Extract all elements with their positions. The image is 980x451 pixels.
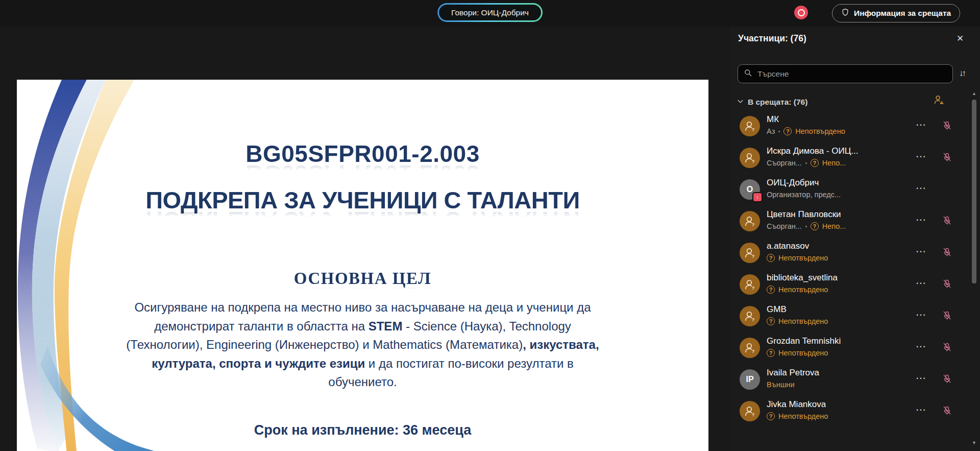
svg-text:?: ? xyxy=(752,286,755,291)
dot-separator xyxy=(805,162,807,164)
slide-section-heading: ОСНОВНА ЦЕЛ xyxy=(294,269,431,288)
participant-row[interactable]: IP Ivaila Petrova Външни ⋯ xyxy=(730,364,966,395)
mic-muted-icon xyxy=(942,152,952,164)
more-options-icon[interactable]: ⋯ xyxy=(913,372,929,384)
active-speaker-pill: Говори: ОИЦ-Добрич xyxy=(437,3,543,22)
participant-subline: ? Непотвърдено xyxy=(767,254,828,262)
more-options-icon[interactable]: ⋯ xyxy=(913,213,929,226)
search-icon xyxy=(744,68,752,79)
participant-role: Организатор, предс... xyxy=(767,191,841,199)
avatar-unverified-person: ? xyxy=(740,148,760,168)
avatar-unverified-person: ? xyxy=(740,274,760,295)
mic-muted-icon xyxy=(942,279,952,291)
participant-status: Непо... xyxy=(822,159,846,167)
participant-name: a.atanasov xyxy=(767,241,809,251)
avatar-unverified-person: ? xyxy=(740,401,760,421)
participant-row[interactable]: ? Jivka Miankova ? Непотвърдено ⋯ xyxy=(730,395,966,427)
more-options-icon[interactable]: ⋯ xyxy=(913,150,929,162)
search-input[interactable] xyxy=(756,69,947,79)
svg-text:?: ? xyxy=(752,127,755,132)
participants-panel: Участници: (76) ✕ ↓↑ В срещата: (76) xyxy=(730,27,980,451)
participant-row[interactable]: ? a.atanasov ? Непотвърдено ⋯ xyxy=(730,237,966,269)
avatar-unverified-person: ? xyxy=(740,306,760,326)
dot-separator xyxy=(805,226,807,227)
participant-subline: Аз ? Непотвърдено xyxy=(767,127,845,135)
slide-duration-line: Срок на изпълнение: 36 месеца xyxy=(254,422,471,438)
participant-role: Съорган... xyxy=(767,159,802,167)
shared-content-stage: BG05SFPR001-2.003 ПОДКРЕПА ЗА УЧЕНИЦИ С … xyxy=(0,27,730,451)
scrollbar-down-icon[interactable]: ▼ xyxy=(971,440,977,445)
mic-muted-icon xyxy=(942,311,952,322)
unverified-question-icon: ? xyxy=(767,317,775,325)
more-options-icon[interactable]: ⋯ xyxy=(913,403,929,416)
avatar-initials: O ↑ xyxy=(740,179,760,200)
unverified-question-icon: ? xyxy=(767,349,775,357)
more-options-icon[interactable]: ⋯ xyxy=(913,308,929,321)
participant-row[interactable]: ? biblioteka_svetlina ? Непотвърдено ⋯ xyxy=(730,269,966,300)
svg-text:?: ? xyxy=(752,412,755,417)
scrollbar-thumb[interactable] xyxy=(972,100,976,283)
body-segment: и да постигат по-високи резултати в обуч… xyxy=(328,357,574,389)
shield-icon xyxy=(841,8,849,19)
participant-name: Искра Димова - ОИЦ... xyxy=(767,146,859,156)
participant-subline: ? Непотвърдено xyxy=(767,286,828,294)
participant-search[interactable] xyxy=(738,64,953,83)
more-options-icon[interactable]: ⋯ xyxy=(913,182,929,194)
participant-row[interactable]: ? МК Аз ? Непотвърдено ⋯ xyxy=(730,110,966,142)
presenting-badge: ↑ xyxy=(752,192,763,202)
participant-role: Съорган... xyxy=(767,222,802,230)
svg-text:?: ? xyxy=(752,254,755,259)
scrollbar-up-icon[interactable]: ▲ xyxy=(971,91,977,96)
participant-subline: Външни xyxy=(767,381,794,389)
participant-name: biblioteka_svetlina xyxy=(767,273,838,283)
svg-text:?: ? xyxy=(752,349,755,354)
more-options-icon[interactable]: ⋯ xyxy=(913,277,929,289)
svg-text:?: ? xyxy=(752,317,755,322)
more-options-icon[interactable]: ⋯ xyxy=(913,118,929,131)
participant-subline: ? Непотвърдено xyxy=(767,349,828,357)
mic-muted-icon xyxy=(942,121,952,132)
sort-participants-icon[interactable]: ↓↑ xyxy=(959,68,965,79)
avatar-letter: IP xyxy=(746,375,753,384)
participant-status: Непотвърдено xyxy=(778,349,828,357)
top-bar: Говори: ОИЦ-Добрич Информация за срещата xyxy=(0,0,980,27)
participant-row[interactable]: ? Цветан Павловски Съорган... ? Непо... … xyxy=(730,205,966,237)
participant-status: Непотвърдено xyxy=(795,127,845,135)
participant-subline: ? Непотвърдено xyxy=(767,317,828,325)
participant-row[interactable]: ? GMB ? Непотвърдено ⋯ xyxy=(730,300,966,332)
participants-list: ? МК Аз ? Непотвърдено ⋯ xyxy=(730,110,966,427)
avatar-unverified-person: ? xyxy=(740,243,760,263)
participant-subline: ? Непотвърдено xyxy=(767,412,828,420)
mic-muted-icon xyxy=(942,216,952,227)
participant-status: Външни xyxy=(767,381,794,389)
record-icon xyxy=(798,9,805,16)
participant-subline: Съорган... ? Непо... xyxy=(767,222,846,230)
avatar-unverified-person: ? xyxy=(740,338,760,358)
close-icon[interactable]: ✕ xyxy=(953,32,967,45)
unverified-question-icon: ? xyxy=(811,159,819,167)
participant-name: ОИЦ-Добрич xyxy=(767,178,819,188)
participant-row[interactable]: O ↑ ОИЦ-Добрич Организатор, предс... ⋯ xyxy=(730,174,966,205)
participant-subline: Организатор, предс... xyxy=(767,191,841,199)
dot-separator xyxy=(778,131,780,132)
participant-role: Аз xyxy=(767,127,775,135)
slide-programme-code: BG05SFPR001-2.003 xyxy=(246,140,480,168)
participant-name: Ivaila Petrova xyxy=(767,368,819,378)
more-options-icon[interactable]: ⋯ xyxy=(913,340,929,352)
unverified-question-icon: ? xyxy=(767,286,775,294)
unverified-participants-icon[interactable] xyxy=(933,94,945,108)
meeting-info-button[interactable]: Информация за срещата xyxy=(832,4,960,22)
participant-status: Непотвърдено xyxy=(778,317,828,325)
in-meeting-section-label: В срещата: (76) xyxy=(748,98,807,107)
in-meeting-section-header[interactable]: В срещата: (76) xyxy=(737,95,807,109)
active-speaker-label: Говори: ОИЦ-Добрич xyxy=(451,8,529,17)
participant-status: Непотвърдено xyxy=(778,286,828,294)
mic-muted-icon xyxy=(942,342,952,354)
participant-row[interactable]: ? Искра Димова - ОИЦ... Съорган... ? Неп… xyxy=(730,142,966,174)
participant-row[interactable]: ? Grozdan Temnishki ? Непотвърдено ⋯ xyxy=(730,332,966,364)
participants-title: Участници: (76) xyxy=(738,33,806,44)
slide-content: BG05SFPR001-2.003 ПОДКРЕПА ЗА УЧЕНИЦИ С … xyxy=(17,80,708,451)
more-options-icon[interactable]: ⋯ xyxy=(913,245,929,257)
unverified-question-icon: ? xyxy=(783,127,792,135)
meeting-info-label: Информация за срещата xyxy=(854,9,951,18)
